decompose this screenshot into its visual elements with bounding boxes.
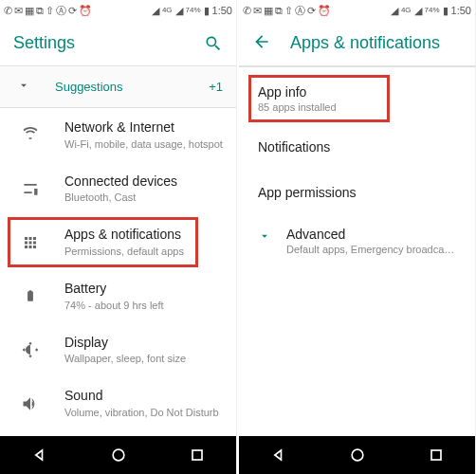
nav-home-icon	[109, 446, 128, 465]
search-button[interactable]	[204, 34, 223, 53]
item-app-info[interactable]: App info 85 apps installed	[239, 73, 475, 124]
status-bar: ✆ ✉ ▦ ⧉ ⇧ Ⓐ ⟳ ⏰ ◢ 4G ◢ 74% ▮ 1:50	[0, 0, 236, 21]
item-sub: Permissions, default apps	[64, 246, 184, 258]
search-icon	[204, 34, 223, 53]
mail-icon: ✉	[14, 6, 23, 16]
network-type: 4G	[401, 7, 412, 14]
suggestions-row[interactable]: Suggestions +1	[0, 66, 236, 108]
battery-icon	[17, 286, 44, 305]
nav-home-button[interactable]	[339, 436, 376, 474]
item-label: Display	[64, 335, 186, 352]
image-icon: ▦	[264, 6, 273, 16]
item-sub: Default apps, Emergency broadcasts, Spec…	[286, 244, 457, 255]
alarm-icon: ⏰	[318, 6, 331, 16]
settings-list: Network & Internet Wi-Fi, mobile, data u…	[0, 108, 236, 436]
status-system-icons: ◢ 4G ◢ 74% ▮ 1:50	[391, 6, 471, 16]
nav-bar	[0, 436, 236, 474]
nav-home-button[interactable]	[100, 436, 137, 474]
sync-icon: ⟳	[307, 6, 316, 16]
cell-signal-icon: ◢	[414, 6, 422, 16]
battery-icon: ▮	[443, 6, 449, 16]
item-advanced[interactable]: Advanced Default apps, Emergency broadca…	[239, 215, 475, 266]
item-app-permissions[interactable]: App permissions	[239, 170, 475, 215]
item-label: Apps & notifications	[64, 227, 184, 244]
item-label: Notifications	[258, 139, 462, 155]
app-bar: Settings	[0, 21, 236, 66]
nav-back-button[interactable]	[21, 436, 59, 474]
apps-grid-icon	[17, 234, 44, 251]
item-storage[interactable]: Storage 63% used - 11.75 GB free	[0, 430, 236, 436]
nav-bar	[239, 436, 475, 474]
wifi-signal-icon: ◢	[391, 6, 398, 16]
arrow-left-icon	[252, 32, 271, 51]
display-icon	[17, 340, 44, 359]
status-bar: ✆ ✉ ▦ ⧉ ⇧ Ⓐ ⟳ ⏰ ◢ 4G ◢ 74% ▮ 1:50	[239, 0, 475, 21]
status-notification-icons: ✆ ✉ ▦ ⧉ ⇧ Ⓐ ⟳ ⏰	[4, 6, 92, 16]
battery-pct: 74%	[425, 7, 440, 14]
page-title: Apps & notifications	[290, 33, 440, 53]
nav-back-button[interactable]	[260, 436, 298, 474]
item-label: Battery	[64, 281, 164, 298]
item-notifications[interactable]: Notifications	[239, 124, 475, 170]
item-label: App permissions	[258, 185, 462, 200]
clock: 1:50	[451, 6, 471, 16]
page-title: Settings	[13, 33, 75, 53]
nav-back-icon	[269, 446, 288, 465]
image-icon: ▦	[25, 6, 34, 16]
upload-icon: ⇧	[284, 6, 293, 16]
item-label: Connected devices	[64, 173, 177, 191]
back-button[interactable]	[252, 32, 271, 55]
whatsapp-icon: ✆	[4, 6, 12, 16]
dropbox-icon: ⧉	[275, 6, 283, 16]
nav-recent-button[interactable]	[417, 436, 455, 474]
item-label: Sound	[64, 388, 219, 405]
network-type: 4G	[162, 7, 173, 14]
svg-point-2	[352, 449, 363, 461]
svg-rect-3	[431, 450, 441, 460]
whatsapp-icon: ✆	[243, 6, 251, 16]
status-notification-icons: ✆ ✉ ▦ ⧉ ⇧ Ⓐ ⟳ ⏰	[243, 6, 331, 16]
item-label: Network & Internet	[64, 119, 223, 137]
mail-icon: ✉	[253, 6, 262, 16]
nav-recent-icon	[427, 446, 446, 465]
item-sub: Bluetooth, Cast	[64, 191, 177, 204]
item-sub: Wallpaper, sleep, font size	[64, 353, 186, 365]
item-network[interactable]: Network & Internet Wi-Fi, mobile, data u…	[0, 108, 236, 162]
apps-list: App info 85 apps installed Notifications…	[239, 67, 475, 436]
suggestions-count: +1	[209, 80, 223, 94]
nav-recent-button[interactable]	[178, 436, 216, 474]
sync-icon: ⟳	[68, 6, 77, 16]
item-battery[interactable]: Battery 74% - about 9 hrs left	[0, 269, 236, 323]
item-connected-devices[interactable]: Connected devices Bluetooth, Cast	[0, 162, 236, 216]
item-sound[interactable]: Sound Volume, vibration, Do Not Disturb	[0, 376, 236, 430]
item-sub: Wi-Fi, mobile, data usage, hotspot	[64, 138, 223, 151]
app-bar: Apps & notifications	[239, 21, 475, 66]
cell-signal-icon: ◢	[175, 6, 183, 16]
wifi-signal-icon: ◢	[152, 6, 159, 16]
svg-point-0	[113, 449, 124, 461]
item-display[interactable]: Display Wallpaper, sleep, font size	[0, 323, 236, 377]
item-label: App info	[258, 84, 462, 100]
settings-screen: ✆ ✉ ▦ ⧉ ⇧ Ⓐ ⟳ ⏰ ◢ 4G ◢ 74% ▮ 1:50 Settin…	[0, 0, 237, 474]
chevron-down-icon	[258, 229, 271, 246]
nav-recent-icon	[188, 446, 207, 465]
status-system-icons: ◢ 4G ◢ 74% ▮ 1:50	[152, 6, 232, 16]
auth-icon: Ⓐ	[56, 6, 66, 16]
auth-icon: Ⓐ	[295, 6, 305, 16]
nav-home-icon	[348, 446, 367, 465]
nav-back-icon	[30, 446, 49, 465]
suggestions-label: Suggestions	[55, 80, 123, 94]
svg-rect-1	[192, 450, 202, 460]
item-sub: Volume, vibration, Do Not Disturb	[64, 407, 219, 419]
item-label: Advanced	[286, 227, 457, 242]
dropbox-icon: ⧉	[36, 6, 44, 16]
item-apps-notifications[interactable]: Apps & notifications Permissions, defaul…	[0, 215, 236, 269]
battery-pct: 74%	[186, 7, 201, 14]
upload-icon: ⇧	[46, 6, 54, 16]
alarm-icon: ⏰	[79, 6, 92, 16]
clock: 1:50	[212, 6, 232, 16]
devices-icon	[17, 179, 44, 198]
wifi-icon	[17, 125, 44, 144]
apps-notifications-screen: ✆ ✉ ▦ ⧉ ⇧ Ⓐ ⟳ ⏰ ◢ 4G ◢ 74% ▮ 1:50 Apps &…	[239, 0, 476, 474]
item-sub: 74% - about 9 hrs left	[64, 300, 164, 312]
